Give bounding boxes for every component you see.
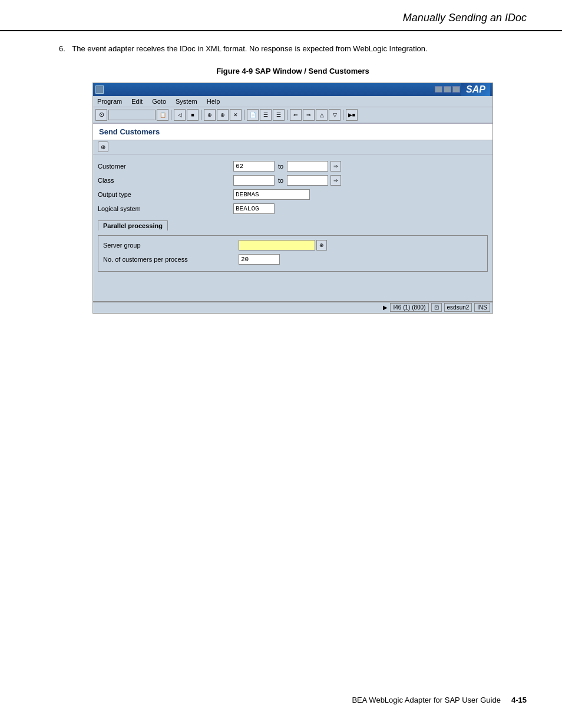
customer-row: Customer to ⇒: [98, 160, 488, 172]
status-item3: esdsun2: [444, 303, 472, 312]
sap-window-title: Send Customers: [99, 127, 160, 136]
status-item2: ⊡: [431, 303, 442, 312]
parallel-section-tab[interactable]: Parallel processing: [98, 220, 168, 230]
output-type-input[interactable]: [233, 189, 310, 200]
close-button[interactable]: [452, 86, 460, 93]
titlebar-right: SAP: [435, 83, 490, 96]
step-number: 6.: [59, 44, 65, 53]
customers-per-process-label: No. of customers per process: [103, 256, 239, 263]
toolbar-nav-prev[interactable]: ◁: [174, 109, 186, 121]
server-group-input[interactable]: [239, 240, 315, 251]
action-execute-icon[interactable]: ⊕: [98, 141, 108, 152]
separator5: [343, 110, 343, 120]
customer-arrow-btn[interactable]: ⇒: [330, 161, 341, 172]
page-container: Manually Sending an IDoc 6. The event ad…: [0, 0, 562, 728]
customer-from-input[interactable]: [233, 161, 275, 172]
content-area: 6. The event adapter receives the IDoc i…: [0, 37, 562, 331]
customer-to-input[interactable]: [287, 161, 328, 172]
output-type-row: Output type: [98, 189, 488, 200]
toolbar-btn10[interactable]: ▽: [329, 109, 340, 121]
menu-program[interactable]: Program: [95, 97, 124, 106]
menu-help[interactable]: Help: [205, 97, 222, 106]
footer-text: BEA WebLogic Adapter for SAP User Guide: [352, 696, 500, 704]
menu-edit[interactable]: Edit: [130, 97, 144, 106]
class-row: Class to ⇒: [98, 174, 488, 186]
output-type-label: Output type: [98, 191, 233, 198]
toolbar-save[interactable]: 📋: [157, 109, 168, 121]
customer-label: Customer: [98, 163, 233, 170]
logical-system-row: Logical system: [98, 203, 488, 215]
sap-content-header: Send Customers: [93, 124, 492, 140]
toolbar-btn8[interactable]: ⇒: [303, 109, 315, 121]
customers-per-process-input[interactable]: [239, 254, 280, 265]
customers-per-process-row: No. of customers per process: [103, 253, 482, 265]
toolbar-btn9[interactable]: △: [316, 109, 328, 121]
sap-titlebar: SAP: [93, 83, 492, 96]
step-content: The event adapter receives the IDoc in X…: [72, 44, 427, 53]
menu-goto[interactable]: Goto: [150, 97, 168, 106]
server-group-label: Server group: [103, 242, 239, 249]
menu-system[interactable]: System: [174, 97, 199, 106]
logical-system-input[interactable]: [233, 203, 275, 214]
toolbar-expand[interactable]: ▶■: [346, 109, 358, 121]
class-arrow-btn[interactable]: ⇒: [330, 175, 341, 186]
titlebar-app-icon: [95, 85, 104, 94]
logical-system-label: Logical system: [98, 205, 233, 212]
sap-form: Customer to ⇒ Class to ⇒ Output type: [93, 154, 492, 278]
toolbar-btn3[interactable]: ✕: [230, 109, 242, 121]
separator1: [171, 110, 171, 120]
sap-window: SAP Program Edit Goto System Help ⊙ 📋 ◁ …: [92, 83, 493, 314]
step-text: 6. The event adapter receives the IDoc i…: [59, 43, 527, 55]
titlebar-left: [95, 85, 107, 94]
status-item4: INS: [474, 303, 490, 312]
command-field[interactable]: [108, 110, 156, 120]
page-footer: BEA WebLogic Adapter for SAP User Guide …: [352, 696, 527, 704]
sap-logo: SAP: [461, 83, 490, 96]
server-group-row: Server group ⊕: [103, 239, 482, 251]
class-label: Class: [98, 177, 233, 184]
toolbar-btn7[interactable]: ⇐: [290, 109, 302, 121]
separator2: [201, 110, 201, 120]
sap-statusbar: ▶ I46 (1) (800) ⊡ esdsun2 INS: [93, 301, 492, 313]
toolbar-btn1[interactable]: ⊕: [204, 109, 216, 121]
separator4: [287, 110, 287, 120]
parallel-section-header: Parallel processing: [98, 218, 488, 233]
back-btn[interactable]: ⊙: [95, 109, 107, 121]
status-arrow: ▶: [383, 304, 388, 311]
toolbar-btn6[interactable]: ☰: [273, 109, 285, 121]
toolbar-save2[interactable]: ■: [187, 109, 199, 121]
minimize-button[interactable]: [435, 86, 442, 93]
toolbar-btn4[interactable]: 📄: [247, 109, 259, 121]
customer-to-label: to: [278, 163, 283, 170]
sap-action-bar: ⊕: [93, 140, 492, 154]
server-group-icon-btn[interactable]: ⊕: [316, 240, 327, 251]
class-to-input[interactable]: [287, 175, 328, 186]
status-item1: I46 (1) (800): [390, 303, 428, 312]
toolbar-btn5[interactable]: ☰: [260, 109, 272, 121]
page-title: Manually Sending an IDoc: [403, 12, 527, 24]
class-to-label: to: [278, 177, 283, 184]
toolbar-btn2[interactable]: ⊕: [217, 109, 229, 121]
separator3: [244, 110, 244, 120]
class-from-input[interactable]: [233, 175, 275, 186]
page-header: Manually Sending an IDoc: [0, 0, 562, 31]
parallel-section-body: Server group ⊕ No. of customers per proc…: [98, 235, 488, 272]
figure-caption: Figure 4-9 SAP Window / Send Customers: [59, 67, 527, 75]
sap-menubar: Program Edit Goto System Help: [93, 96, 492, 107]
restore-button[interactable]: [444, 86, 451, 93]
window-controls: [435, 86, 460, 93]
sap-toolbar: ⊙ 📋 ◁ ■ ⊕ ⊕ ✕ 📄 ☰ ☰ ⇐ ⇒ △ ▽ ▶■: [93, 107, 492, 124]
footer-page-num: 4-15: [511, 696, 527, 704]
